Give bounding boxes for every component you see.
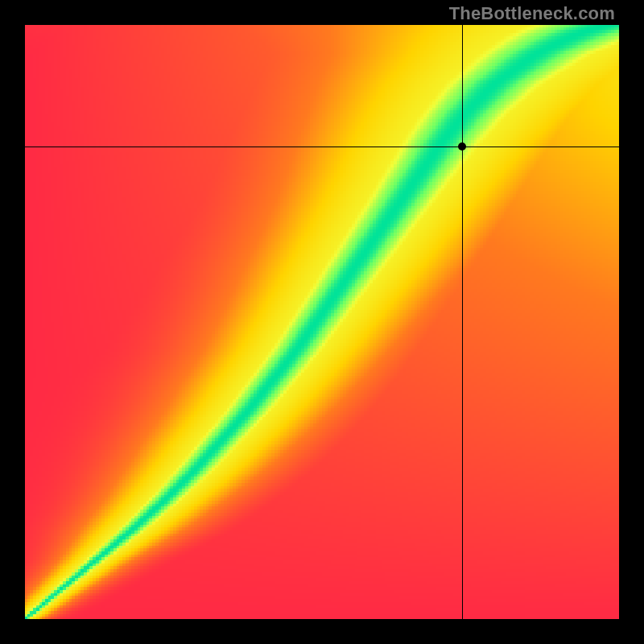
marker-point [458,142,466,151]
stage: TheBottleneck.com [0,0,644,644]
watermark-text: TheBottleneck.com [449,3,615,24]
plot-area [24,24,620,620]
crosshair-horizontal [24,147,620,147]
heatmap-canvas [24,24,620,620]
crosshair-vertical [462,24,463,620]
